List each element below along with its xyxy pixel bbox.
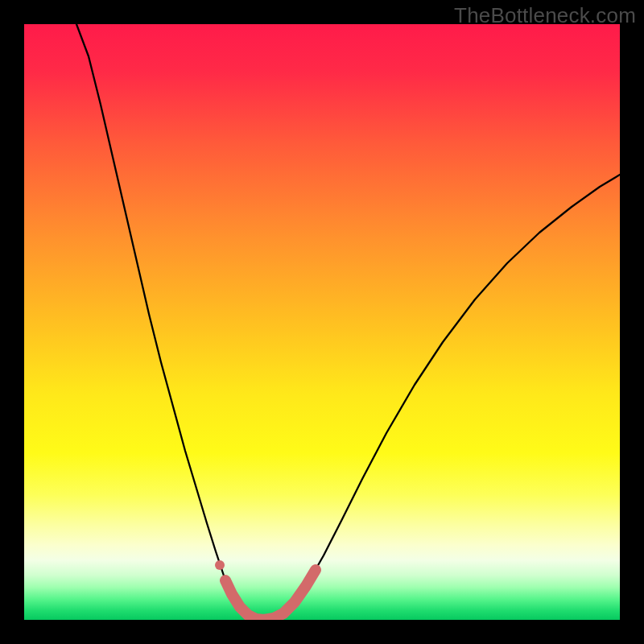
chart-frame (24, 24, 620, 620)
series-highlight-left-dot-marker (215, 560, 225, 570)
watermark-text: TheBottleneck.com (454, 3, 636, 28)
series-bottleneck-curve (76, 24, 620, 620)
series-highlight-bottom (225, 570, 316, 620)
chart-plot (24, 24, 620, 620)
